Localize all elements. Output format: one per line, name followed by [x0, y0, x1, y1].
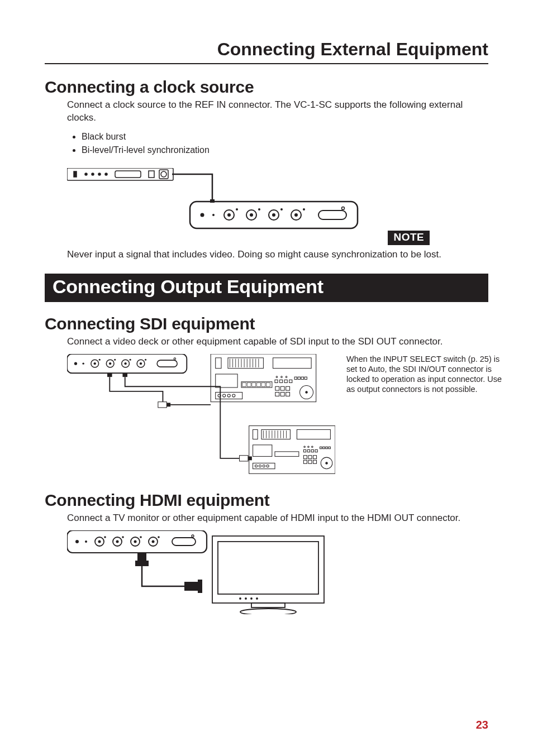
page-number: 23	[476, 719, 488, 731]
svg-point-113	[312, 446, 313, 448]
sdi-side-note: When the INPUT SELECT switch (p. 25) is …	[346, 354, 503, 395]
svg-rect-77	[294, 377, 297, 379]
svg-point-139	[85, 540, 87, 543]
svg-point-131	[255, 465, 257, 467]
svg-point-163	[256, 598, 258, 599]
note-label: NOTE	[388, 231, 430, 245]
svg-rect-94	[158, 401, 166, 407]
svg-point-144	[116, 540, 119, 543]
sdi-intro: Connect a video deck or other equipment …	[67, 336, 488, 348]
svg-rect-109	[253, 445, 272, 457]
page-header-title: Connecting External Equipment	[45, 39, 488, 60]
svg-point-30	[82, 362, 84, 364]
svg-point-133	[263, 465, 265, 467]
svg-point-21	[280, 208, 283, 210]
svg-rect-157	[198, 580, 202, 593]
svg-rect-79	[301, 377, 303, 379]
svg-rect-65	[247, 382, 251, 386]
svg-rect-28	[67, 354, 187, 373]
svg-rect-27	[210, 199, 215, 203]
svg-rect-137	[67, 530, 207, 553]
svg-rect-84	[280, 386, 284, 390]
clock-diagram	[67, 168, 363, 235]
hdmi-intro: Connect a TV monitor or other equipment …	[67, 512, 488, 525]
svg-rect-97	[253, 429, 258, 439]
svg-rect-108	[297, 429, 330, 439]
svg-rect-117	[315, 449, 317, 452]
svg-rect-127	[303, 460, 307, 463]
section-clock-heading: Connecting a clock source	[45, 78, 488, 97]
svg-point-138	[75, 540, 79, 543]
svg-point-18	[258, 208, 260, 210]
svg-point-29	[74, 362, 77, 365]
svg-point-132	[259, 465, 261, 467]
svg-point-141	[98, 540, 101, 543]
svg-rect-159	[218, 542, 318, 594]
svg-rect-49	[228, 358, 263, 369]
bullet-item: Bi-level/Tri-level synchronization	[82, 143, 488, 157]
hdmi-diagram	[67, 530, 346, 614]
svg-rect-78	[298, 377, 300, 379]
svg-rect-66	[252, 382, 256, 386]
svg-rect-152	[172, 538, 196, 546]
svg-rect-87	[280, 392, 284, 396]
svg-point-35	[109, 362, 111, 365]
svg-point-44	[174, 358, 175, 360]
svg-point-20	[272, 213, 275, 217]
section-clock-intro: Connect a clock source to the REF IN con…	[67, 99, 488, 125]
svg-point-9	[161, 171, 166, 177]
svg-rect-154	[137, 553, 146, 561]
svg-point-92	[227, 394, 230, 397]
svg-point-93	[232, 394, 235, 397]
svg-point-151	[158, 536, 160, 538]
svg-point-123	[326, 462, 327, 463]
svg-point-153	[192, 535, 194, 537]
svg-rect-67	[256, 382, 260, 386]
svg-rect-69	[266, 382, 270, 386]
sdi-diagram	[67, 354, 335, 479]
svg-rect-128	[308, 460, 312, 463]
svg-point-23	[294, 213, 298, 217]
svg-point-150	[152, 540, 155, 543]
svg-rect-155	[135, 561, 149, 566]
svg-point-91	[223, 394, 226, 397]
svg-rect-110	[275, 452, 299, 457]
svg-rect-6	[115, 171, 141, 178]
svg-rect-124	[303, 455, 307, 458]
hdmi-heading: Connecting HDMI equipment	[45, 491, 488, 510]
svg-rect-121	[329, 447, 330, 448]
header-divider	[45, 63, 488, 64]
svg-point-38	[124, 362, 126, 365]
svg-rect-136	[248, 456, 252, 460]
svg-point-3	[92, 173, 94, 175]
svg-point-14	[227, 213, 231, 217]
svg-point-148	[140, 536, 142, 538]
svg-rect-83	[275, 386, 279, 390]
svg-rect-46	[122, 373, 127, 377]
bullet-item: Black burst	[82, 130, 488, 143]
svg-point-160	[240, 598, 241, 599]
note-text: Never input a signal that includes video…	[67, 248, 488, 261]
svg-point-165	[240, 609, 296, 614]
svg-rect-61	[273, 358, 312, 369]
svg-rect-135	[240, 455, 248, 461]
svg-point-70	[276, 376, 278, 378]
svg-rect-43	[157, 360, 177, 367]
svg-point-2	[85, 173, 87, 175]
svg-point-12	[212, 214, 215, 216]
svg-rect-64	[242, 382, 246, 386]
svg-point-82	[306, 391, 307, 393]
svg-rect-74	[280, 380, 283, 382]
svg-rect-116	[311, 449, 313, 452]
svg-point-36	[114, 358, 116, 360]
svg-point-11	[201, 213, 204, 217]
svg-point-17	[250, 213, 253, 217]
svg-rect-62	[216, 374, 237, 387]
clock-bullets: Black burst Bi-level/Tri-level synchroni…	[73, 130, 488, 157]
svg-rect-95	[166, 403, 170, 406]
svg-rect-114	[303, 449, 306, 452]
svg-point-112	[308, 446, 310, 448]
svg-rect-88	[286, 392, 290, 396]
svg-point-161	[245, 598, 246, 599]
svg-point-145	[122, 536, 124, 538]
